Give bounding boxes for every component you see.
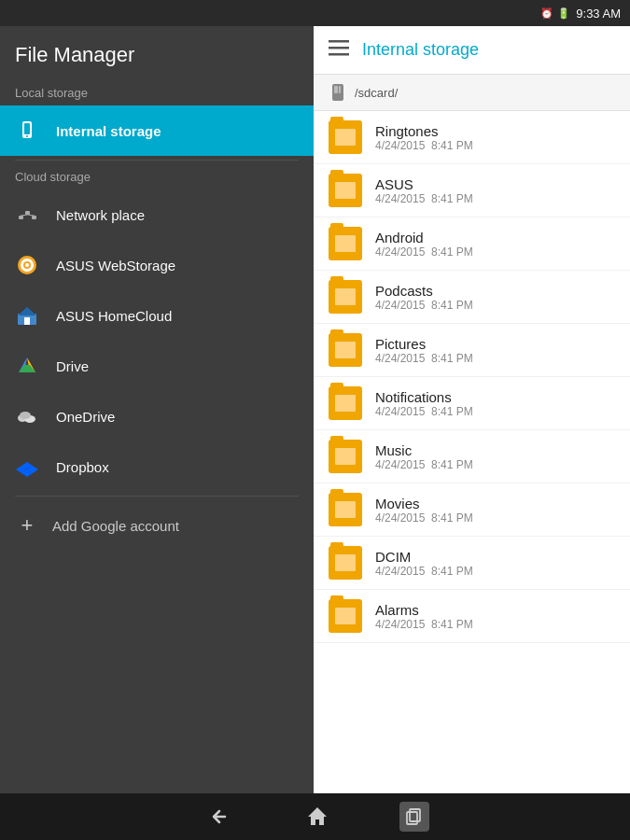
onedrive-icon bbox=[15, 404, 39, 428]
file-name: DCIM bbox=[375, 549, 473, 565]
svg-rect-4 bbox=[25, 211, 30, 215]
file-item[interactable]: Alarms 4/24/2015 8:41 PM bbox=[314, 590, 630, 643]
folder-icon bbox=[329, 599, 362, 633]
plus-icon: + bbox=[15, 513, 39, 538]
svg-line-7 bbox=[28, 215, 35, 216]
file-info: Android 4/24/2015 8:41 PM bbox=[375, 230, 473, 259]
file-name: Pictures bbox=[375, 336, 473, 352]
svg-rect-1 bbox=[24, 123, 30, 134]
file-item[interactable]: Pictures 4/24/2015 8:41 PM bbox=[314, 324, 630, 377]
sidebar-item-asus-webstorage[interactable]: ASUS WebStorage bbox=[0, 240, 314, 290]
asus-home-icon bbox=[15, 303, 39, 328]
divider-local-cloud bbox=[15, 160, 299, 161]
file-date: 4/24/2015 8:41 PM bbox=[375, 139, 473, 152]
sidebar-item-internal-storage[interactable]: Internal storage bbox=[0, 105, 314, 156]
file-item[interactable]: DCIM 4/24/2015 8:41 PM bbox=[314, 537, 630, 590]
network-place-label: Network place bbox=[56, 207, 145, 223]
file-date: 4/24/2015 8:41 PM bbox=[375, 511, 473, 525]
status-bar: ⏰ 🔋 9:33 AM bbox=[0, 0, 630, 26]
local-storage-label: Local storage bbox=[0, 80, 314, 105]
add-google-account-button[interactable]: + Add Google account bbox=[0, 500, 314, 551]
battery-icon: 🔋 bbox=[557, 7, 570, 20]
file-name: Music bbox=[375, 442, 473, 458]
content-area: Internal storage /sdcard/ Ringtones 4/24… bbox=[314, 26, 630, 793]
file-name: Alarms bbox=[375, 602, 473, 618]
sidebar-item-drive[interactable]: Drive bbox=[0, 341, 314, 391]
svg-marker-13 bbox=[18, 307, 36, 315]
file-date: 4/24/2015 8:41 PM bbox=[375, 245, 473, 259]
dropbox-label: Dropbox bbox=[56, 459, 109, 475]
back-button[interactable] bbox=[202, 800, 235, 833]
svg-rect-27 bbox=[329, 40, 349, 43]
file-name: Notifications bbox=[375, 389, 473, 405]
file-name: Movies bbox=[375, 496, 473, 511]
onedrive-label: OneDrive bbox=[56, 409, 115, 425]
file-info: Movies 4/24/2015 8:41 PM bbox=[375, 496, 473, 525]
file-date: 4/24/2015 8:41 PM bbox=[375, 405, 473, 418]
file-name: ASUS bbox=[375, 176, 473, 192]
divider-add-account bbox=[15, 496, 299, 497]
status-icons: ⏰ 🔋 bbox=[540, 7, 570, 20]
file-info: DCIM 4/24/2015 8:41 PM bbox=[375, 549, 473, 578]
file-name: Podcasts bbox=[375, 283, 473, 299]
svg-line-6 bbox=[21, 215, 28, 216]
svg-rect-29 bbox=[329, 53, 349, 56]
alarm-icon: ⏰ bbox=[540, 7, 553, 20]
svg-rect-28 bbox=[329, 47, 349, 49]
file-date: 4/24/2015 8:41 PM bbox=[375, 458, 473, 471]
file-item[interactable]: Podcasts 4/24/2015 8:41 PM bbox=[314, 271, 630, 324]
svg-rect-34 bbox=[407, 812, 417, 824]
file-name: Android bbox=[375, 230, 473, 245]
breadcrumb-path: /sdcard/ bbox=[355, 86, 398, 100]
svg-rect-14 bbox=[24, 317, 30, 325]
sidebar-item-onedrive[interactable]: OneDrive bbox=[0, 391, 314, 441]
file-item[interactable]: ASUS 4/24/2015 8:41 PM bbox=[314, 164, 630, 217]
hamburger-icon[interactable] bbox=[329, 37, 349, 63]
cloud-storage-label: Cloud storage bbox=[0, 164, 314, 189]
file-date: 4/24/2015 8:41 PM bbox=[375, 352, 473, 365]
file-list: Ringtones 4/24/2015 8:41 PM ASUS 4/24/20… bbox=[314, 111, 630, 793]
main-container: File Manager Local storage Internal stor… bbox=[0, 26, 630, 793]
sidebar-item-dropbox[interactable]: Dropbox bbox=[0, 441, 314, 492]
folder-icon bbox=[329, 386, 362, 420]
svg-marker-33 bbox=[308, 807, 327, 825]
app-title: File Manager bbox=[0, 26, 314, 80]
add-account-label: Add Google account bbox=[52, 518, 179, 534]
breadcrumb-bar: /sdcard/ bbox=[314, 75, 630, 111]
svg-point-2 bbox=[26, 135, 28, 137]
svg-rect-32 bbox=[339, 86, 341, 93]
folder-icon bbox=[329, 493, 362, 526]
home-button[interactable] bbox=[301, 800, 334, 833]
internal-storage-label: Internal storage bbox=[56, 123, 161, 139]
svg-rect-35 bbox=[410, 809, 420, 821]
nav-bar bbox=[0, 793, 630, 840]
asus-web-icon bbox=[15, 253, 39, 277]
asus-webstorage-label: ASUS WebStorage bbox=[56, 258, 175, 273]
file-info: Podcasts 4/24/2015 8:41 PM bbox=[375, 283, 473, 312]
status-time: 9:33 AM bbox=[576, 7, 621, 21]
folder-icon bbox=[329, 440, 362, 473]
svg-rect-5 bbox=[32, 216, 36, 219]
file-date: 4/24/2015 8:41 PM bbox=[375, 565, 473, 578]
file-info: Alarms 4/24/2015 8:41 PM bbox=[375, 602, 473, 631]
sidebar-item-network-place[interactable]: Network place bbox=[0, 189, 314, 240]
content-header: Internal storage bbox=[314, 26, 630, 75]
drive-icon bbox=[15, 354, 39, 378]
svg-point-22 bbox=[20, 412, 31, 419]
folder-icon bbox=[329, 227, 362, 260]
file-item[interactable]: Music 4/24/2015 8:41 PM bbox=[314, 430, 630, 483]
file-item[interactable]: Movies 4/24/2015 8:41 PM bbox=[314, 483, 630, 537]
file-info: Music 4/24/2015 8:41 PM bbox=[375, 442, 473, 471]
file-info: Notifications 4/24/2015 8:41 PM bbox=[375, 389, 473, 418]
svg-point-11 bbox=[25, 263, 29, 267]
file-item[interactable]: Ringtones 4/24/2015 8:41 PM bbox=[314, 111, 630, 164]
folder-icon bbox=[329, 174, 362, 207]
recent-apps-button[interactable] bbox=[399, 802, 429, 832]
file-item[interactable]: Notifications 4/24/2015 8:41 PM bbox=[314, 377, 630, 430]
sidebar-item-asus-homecloud[interactable]: ASUS HomeCloud bbox=[0, 290, 314, 341]
file-info: Pictures 4/24/2015 8:41 PM bbox=[375, 336, 473, 365]
file-item[interactable]: Android 4/24/2015 8:41 PM bbox=[314, 217, 630, 271]
asus-homecloud-label: ASUS HomeCloud bbox=[56, 308, 172, 324]
folder-icon bbox=[329, 120, 362, 154]
folder-icon bbox=[329, 280, 362, 314]
